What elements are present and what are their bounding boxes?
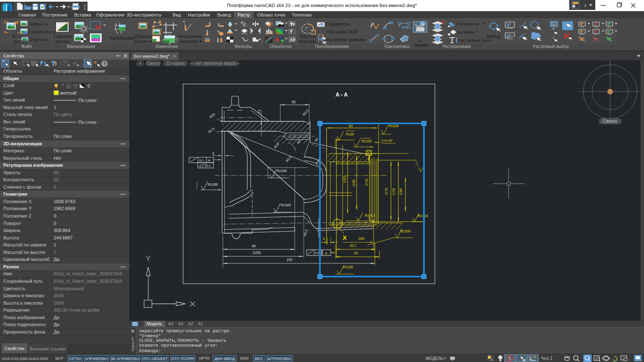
svg-text:(100): (100) xyxy=(253,251,261,255)
svg-text:43,7: 43,7 xyxy=(350,244,357,248)
svg-text:∅96: ∅96 xyxy=(399,188,403,195)
svg-text:Rz100: Rz100 xyxy=(388,124,399,128)
svg-text:2: 2 xyxy=(212,151,214,156)
svg-text:64: 64 xyxy=(349,124,353,128)
svg-text:Заливка: Заливка xyxy=(457,30,474,34)
svg-text:2: 2 xyxy=(323,237,325,241)
svg-text:∅52: ∅52 xyxy=(343,176,347,183)
svg-text:35: 35 xyxy=(291,100,296,104)
svg-text:Режим: Режим xyxy=(414,43,428,47)
svg-text:*m1:1: *m1:1 xyxy=(541,356,553,361)
svg-text:192: 192 xyxy=(286,258,292,262)
svg-text:14: 14 xyxy=(257,110,261,114)
svg-text:A: A xyxy=(208,159,210,162)
svg-text:?: ? xyxy=(103,61,106,66)
svg-text:0,5×45°: 0,5×45° xyxy=(381,139,393,142)
svg-text:∅78: ∅78 xyxy=(392,188,396,195)
svg-text:Rz100: Rz100 xyxy=(418,214,428,218)
svg-text:∅75: ∅75 xyxy=(384,188,388,195)
svg-text:∅60: ∅60 xyxy=(352,180,356,187)
svg-text:A: A xyxy=(325,251,327,255)
svg-text:Rz100: Rz100 xyxy=(277,169,287,173)
svg-text:A: A xyxy=(367,151,370,155)
svg-text:R2.5: R2.5 xyxy=(208,127,215,134)
svg-text:↯: ↯ xyxy=(533,355,536,359)
svg-text:Rz25: Rz25 xyxy=(346,132,354,136)
svg-text:90: 90 xyxy=(252,244,256,248)
svg-text:Рисование: Рисование xyxy=(457,22,480,26)
svg-text:0,1: 0,1 xyxy=(206,164,211,168)
svg-text:B: B xyxy=(320,23,324,26)
svg-text:R2.5: R2.5 xyxy=(285,155,293,163)
svg-text:По слою: По слою xyxy=(78,120,97,125)
svg-text:Коман: Коман xyxy=(131,341,135,351)
svg-text:R25: R25 xyxy=(209,112,216,119)
svg-text:Rz100: Rz100 xyxy=(343,265,353,269)
svg-text:желтый: желтый xyxy=(60,90,76,95)
svg-text:Сверху: Сверху xyxy=(603,118,618,123)
svg-text:Rz 6.3: Rz 6.3 xyxy=(365,213,375,218)
svg-text:0: 0 xyxy=(88,83,90,88)
svg-text:Rz100: Rz100 xyxy=(400,229,411,233)
svg-text:265: 265 xyxy=(358,237,364,241)
svg-text:53: 53 xyxy=(354,251,358,255)
svg-text:По слою: По слою xyxy=(78,98,97,103)
svg-text:A-A: A-A xyxy=(336,92,348,99)
svg-text:0,1: 0,1 xyxy=(199,159,204,162)
svg-text:i: i xyxy=(585,2,586,8)
svg-text:R4: R4 xyxy=(314,137,319,142)
svg-text:∅74: ∅74 xyxy=(365,179,369,186)
svg-text:X: X xyxy=(343,234,347,241)
svg-text:*: * xyxy=(183,20,185,25)
svg-text:Rz100: Rz100 xyxy=(362,139,372,143)
svg-text:Rz100: Rz100 xyxy=(208,182,218,187)
svg-text:-6: -6 xyxy=(443,356,446,360)
svg-text:Rz100: Rz100 xyxy=(281,203,291,207)
svg-text:a: a xyxy=(318,23,320,26)
